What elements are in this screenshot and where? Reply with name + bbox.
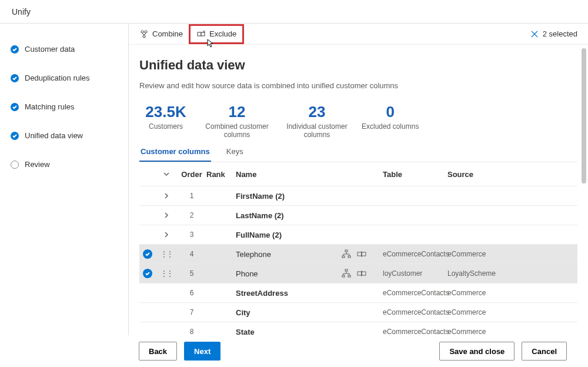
rename-icon[interactable] [357, 269, 366, 278]
col-name[interactable]: Name [236, 170, 342, 179]
step-pending-icon [11, 161, 19, 169]
group-icon[interactable] [342, 269, 351, 278]
row-name: LastName (2) [236, 211, 342, 220]
row-order: 7 [177, 308, 206, 316]
row-name: StreetAddress [236, 289, 342, 298]
scroll-thumb[interactable] [582, 48, 586, 184]
row-table: eCommerceContacts [383, 328, 447, 336]
selection-count[interactable]: 2 selected [530, 29, 583, 39]
row-table: eCommerceContacts [383, 289, 447, 297]
step-item[interactable]: Deduplication rules [11, 74, 128, 82]
stat-label: Combined customer columns [202, 122, 272, 139]
row-order: 1 [177, 192, 206, 200]
drag-handle-icon[interactable]: ⋮⋮ [161, 269, 172, 278]
tab-keys[interactable]: Keys [225, 142, 245, 162]
step-done-icon [11, 74, 19, 82]
step-done-icon [11, 132, 19, 140]
col-rank[interactable]: Rank [206, 170, 236, 179]
row-table: eCommerceContacts [383, 250, 447, 258]
row-order: 4 [177, 250, 206, 258]
chevron-down-icon[interactable] [163, 171, 170, 178]
svg-rect-7 [348, 256, 350, 258]
row-order: 6 [177, 289, 206, 297]
cursor-icon [205, 39, 214, 49]
svg-rect-13 [358, 272, 362, 275]
cancel-button[interactable]: Cancel [522, 342, 567, 361]
svg-rect-14 [362, 272, 366, 275]
footer: Back Next Save and close Cancel [128, 335, 577, 367]
svg-point-0 [141, 31, 143, 33]
tabs: Customer columns Keys [139, 142, 577, 162]
svg-rect-12 [348, 275, 350, 277]
stat-item: 12Combined customer columns [202, 103, 272, 139]
row-name: FullName (2) [236, 231, 342, 239]
step-label: Matching rules [25, 102, 75, 111]
app-title: Unify [12, 7, 31, 16]
row-checkbox-checked-icon[interactable] [143, 269, 152, 278]
next-button[interactable]: Next [184, 342, 220, 361]
step-label: Review [25, 160, 50, 169]
svg-rect-11 [342, 275, 345, 277]
table-row[interactable]: 7CityeCommerceContactseCommerce [139, 302, 577, 322]
step-label: Deduplication rules [25, 74, 90, 82]
row-order: 5 [177, 269, 206, 278]
exclude-button[interactable]: Exclude [189, 24, 244, 44]
row-name: Telephone [236, 250, 342, 259]
group-icon[interactable] [342, 249, 351, 259]
svg-rect-8 [358, 252, 362, 256]
row-source: eCommerce [447, 250, 506, 258]
row-order: 3 [177, 231, 206, 239]
step-done-icon [11, 103, 19, 111]
svg-rect-3 [198, 32, 201, 36]
row-name: Phone [236, 269, 342, 278]
step-item[interactable]: Customer data [11, 45, 128, 54]
svg-point-1 [145, 31, 147, 33]
row-table: loyCustomer [383, 269, 447, 278]
row-checkbox-checked-icon[interactable] [143, 249, 152, 259]
row-name: FirstName (2) [236, 192, 342, 201]
drag-handle-icon[interactable]: ⋮⋮ [161, 250, 172, 258]
clear-selection-icon [530, 29, 539, 39]
stat-item: 0Excluded columns [362, 103, 419, 139]
stat-value: 23.5K [139, 103, 192, 121]
step-done-icon [11, 45, 19, 54]
row-source: eCommerce [447, 289, 506, 297]
chevron-right-icon[interactable] [163, 212, 170, 219]
step-item[interactable]: Unified data view [11, 131, 128, 140]
step-item[interactable]: Matching rules [11, 102, 128, 111]
rename-icon[interactable] [357, 249, 366, 259]
table-row[interactable]: 2LastName (2) [139, 205, 577, 225]
stats-row: 23.5KCustomers12Combined customer column… [139, 103, 577, 139]
toolbar: Combine Exclude 2 selected [129, 24, 588, 45]
table-body: 1FirstName (2)2LastName (2)3FullName (2)… [139, 186, 577, 341]
col-order[interactable]: Order [177, 170, 206, 179]
step-item[interactable]: Review [11, 160, 128, 169]
scrollbar[interactable] [581, 48, 587, 332]
table-row[interactable]: 3FullName (2) [139, 225, 577, 244]
chevron-right-icon[interactable] [163, 192, 170, 199]
col-table[interactable]: Table [383, 170, 447, 179]
svg-rect-10 [345, 269, 348, 271]
combine-label: Combine [152, 29, 183, 38]
combine-button[interactable]: Combine [133, 26, 189, 42]
col-source[interactable]: Source [447, 170, 506, 179]
exclude-icon [196, 29, 206, 39]
tab-customer-columns[interactable]: Customer columns [139, 142, 211, 162]
svg-point-2 [143, 35, 145, 38]
table-row[interactable]: ⋮⋮4TelephoneeCommerceContactseCommerce [139, 244, 577, 263]
combine-icon [139, 29, 149, 39]
table-row[interactable]: ⋮⋮5PhoneloyCustomerLoyaltyScheme [139, 263, 577, 283]
page-header: Unified data view [139, 58, 577, 73]
row-source: LoyaltyScheme [447, 269, 506, 278]
row-order: 8 [177, 328, 206, 336]
table-row[interactable]: 1FirstName (2) [139, 186, 577, 205]
back-button[interactable]: Back [139, 342, 177, 361]
stat-value: 23 [282, 103, 352, 121]
title-bar: Unify [0, 0, 588, 24]
row-order: 2 [177, 211, 206, 219]
stat-value: 12 [202, 103, 272, 121]
table-row[interactable]: 6StreetAddresseCommerceContactseCommerce [139, 283, 577, 302]
chevron-right-icon[interactable] [163, 231, 170, 238]
stat-label: Individual customer columns [282, 122, 352, 139]
save-close-button[interactable]: Save and close [439, 342, 514, 361]
